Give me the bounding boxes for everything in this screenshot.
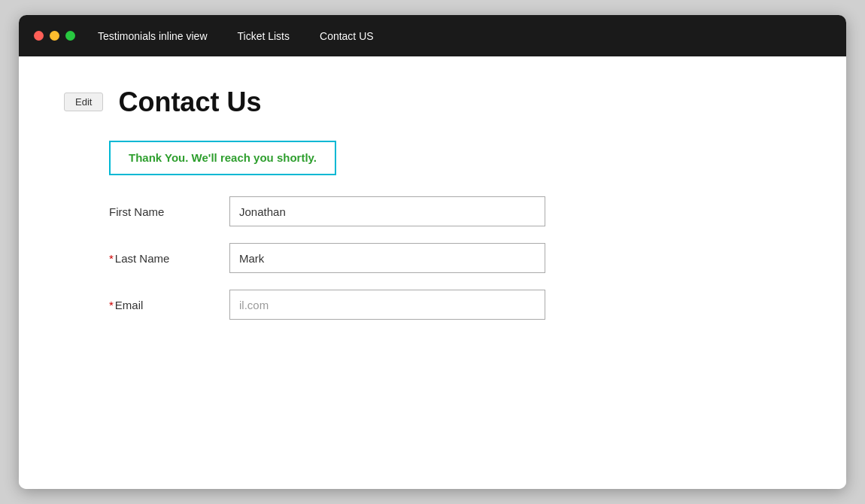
email-input[interactable] bbox=[229, 290, 545, 320]
nav-bar: Testimonials inline view Ticket Lists Co… bbox=[98, 30, 374, 42]
required-asterisk-last-name: * bbox=[109, 252, 114, 265]
minimize-icon[interactable] bbox=[50, 31, 59, 41]
required-asterisk-email: * bbox=[109, 299, 114, 311]
first-name-label: First Name bbox=[109, 205, 229, 218]
success-text: Thank You. We'll reach you shortly. bbox=[129, 151, 317, 164]
form-row-first-name: First Name bbox=[109, 196, 801, 226]
email-label: *Email bbox=[109, 299, 229, 311]
edit-button[interactable]: Edit bbox=[64, 93, 103, 111]
last-name-label: *Last Name bbox=[109, 252, 229, 265]
page-content: Edit Contact Us Thank You. We'll reach y… bbox=[19, 56, 846, 489]
maximize-icon[interactable] bbox=[65, 31, 75, 41]
contact-form: First Name *Last Name *Email bbox=[109, 196, 801, 320]
first-name-input[interactable] bbox=[229, 196, 545, 226]
browser-window: Testimonials inline view Ticket Lists Co… bbox=[19, 15, 846, 489]
page-header: Edit Contact Us bbox=[64, 87, 801, 118]
traffic-lights bbox=[34, 31, 75, 41]
form-row-last-name: *Last Name bbox=[109, 243, 801, 273]
last-name-input[interactable] bbox=[229, 243, 545, 273]
title-bar: Testimonials inline view Ticket Lists Co… bbox=[19, 15, 846, 56]
success-message-box: Thank You. We'll reach you shortly. bbox=[109, 141, 336, 175]
nav-item-contact-us[interactable]: Contact US bbox=[320, 30, 374, 42]
page-title: Contact Us bbox=[118, 87, 261, 118]
form-row-email: *Email bbox=[109, 290, 801, 320]
close-icon[interactable] bbox=[34, 31, 44, 41]
nav-item-testimonials[interactable]: Testimonials inline view bbox=[98, 30, 208, 42]
nav-item-ticket-lists[interactable]: Ticket Lists bbox=[238, 30, 290, 42]
